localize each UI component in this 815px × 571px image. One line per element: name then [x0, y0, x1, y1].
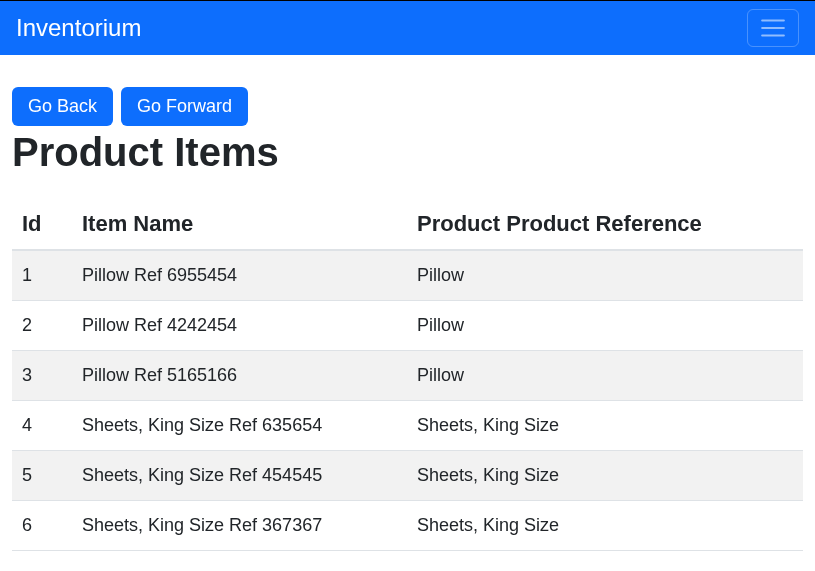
cell-id: 2: [12, 301, 72, 351]
navbar-toggler-button[interactable]: [747, 9, 799, 47]
table-header-item-name: Item Name: [72, 199, 407, 250]
table-row: 1 Pillow Ref 6955454 Pillow: [12, 250, 803, 301]
navbar: Inventorium: [0, 0, 815, 55]
cell-product-ref: Pillow: [407, 351, 803, 401]
go-forward-button[interactable]: Go Forward: [121, 87, 248, 126]
cell-product-ref: Sheets, King Size: [407, 451, 803, 501]
cell-product-ref: Sheets, King Size: [407, 401, 803, 451]
table-row: 4 Sheets, King Size Ref 635654 Sheets, K…: [12, 401, 803, 451]
product-items-table: Id Item Name Product Product Reference 1…: [12, 199, 803, 551]
cell-item-name: Pillow Ref 5165166: [72, 351, 407, 401]
cell-id: 1: [12, 250, 72, 301]
cell-item-name: Sheets, King Size Ref 367367: [72, 501, 407, 551]
nav-button-row: Go Back Go Forward: [12, 87, 803, 126]
cell-item-name: Sheets, King Size Ref 635654: [72, 401, 407, 451]
table-row: 3 Pillow Ref 5165166 Pillow: [12, 351, 803, 401]
page-title: Product Items: [12, 130, 803, 175]
table-row: 2 Pillow Ref 4242454 Pillow: [12, 301, 803, 351]
cell-item-name: Sheets, King Size Ref 454545: [72, 451, 407, 501]
cell-id: 6: [12, 501, 72, 551]
cell-item-name: Pillow Ref 6955454: [72, 250, 407, 301]
table-row: 6 Sheets, King Size Ref 367367 Sheets, K…: [12, 501, 803, 551]
table-row: 5 Sheets, King Size Ref 454545 Sheets, K…: [12, 451, 803, 501]
cell-product-ref: Pillow: [407, 301, 803, 351]
go-back-button[interactable]: Go Back: [12, 87, 113, 126]
cell-id: 3: [12, 351, 72, 401]
cell-item-name: Pillow Ref 4242454: [72, 301, 407, 351]
navbar-brand[interactable]: Inventorium: [16, 14, 141, 42]
cell-product-ref: Sheets, King Size: [407, 501, 803, 551]
cell-id: 4: [12, 401, 72, 451]
cell-product-ref: Pillow: [407, 250, 803, 301]
table-header-id: Id: [12, 199, 72, 250]
hamburger-icon: [760, 18, 786, 38]
table-header-product-ref: Product Product Reference: [407, 199, 803, 250]
main-container: Go Back Go Forward Product Items Id Item…: [0, 87, 815, 551]
cell-id: 5: [12, 451, 72, 501]
